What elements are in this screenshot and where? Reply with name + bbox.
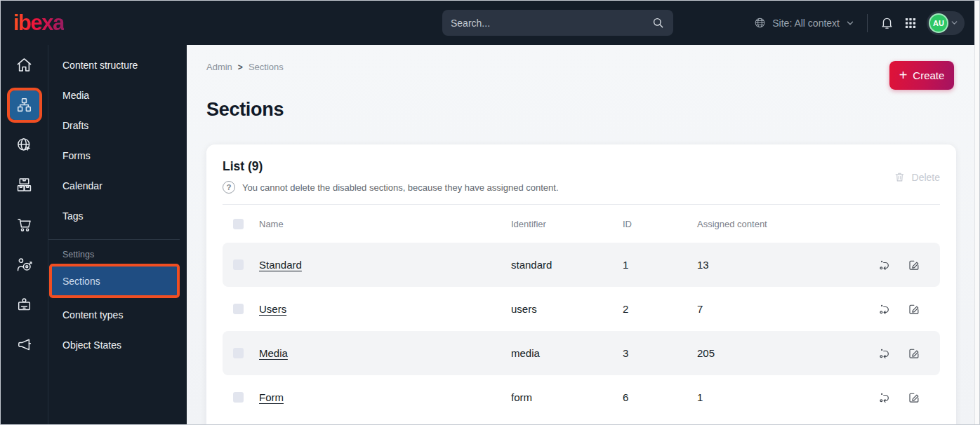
menu-item-content-structure[interactable]: Content structure [48, 50, 187, 80]
app-grid-icon[interactable] [903, 16, 918, 30]
column-header-identifier: Identifier [511, 219, 623, 229]
table-row: Standard standard 1 13 [223, 243, 940, 287]
section-id: 6 [623, 391, 697, 403]
target-person-icon [15, 256, 33, 274]
breadcrumb-separator: > [238, 62, 243, 72]
topbar-divider [867, 14, 868, 32]
side-menu: Content structure Media Drafts Forms Cal… [48, 45, 187, 424]
menu-item-calendar[interactable]: Calendar [48, 170, 187, 201]
ibexa-logo: ibexa [13, 11, 64, 36]
search-input[interactable] [451, 18, 651, 29]
edit-icon [908, 303, 920, 316]
section-identifier: media [511, 347, 623, 359]
card-divider [223, 204, 940, 205]
assign-content-icon [878, 391, 891, 404]
section-assigned-content: 7 [697, 303, 877, 315]
plus-icon: + [899, 68, 908, 82]
badge-icon [15, 296, 33, 313]
table-body: Standard standard 1 13 [223, 243, 940, 419]
menu-item-tags[interactable]: Tags [48, 201, 187, 231]
nav-content-structure[interactable] [1, 85, 48, 125]
table-row: Media media 3 205 [223, 331, 940, 375]
menu-item-media[interactable]: Media [48, 80, 187, 110]
edit-icon [908, 347, 920, 360]
assign-content-button[interactable] [878, 259, 891, 271]
column-header-assigned-content: Assigned content [697, 219, 877, 229]
section-name-link[interactable]: Media [259, 347, 511, 359]
section-assigned-content: 205 [697, 347, 877, 359]
trash-icon [894, 171, 906, 183]
search-icon[interactable] [651, 16, 665, 29]
avatar: AU [929, 13, 948, 33]
column-header-id: ID [623, 219, 697, 229]
section-name-link[interactable]: Form [259, 391, 511, 403]
home-icon [15, 56, 33, 74]
breadcrumb-admin[interactable]: Admin [206, 62, 232, 72]
menu-item-drafts[interactable]: Drafts [48, 110, 187, 140]
nav-rail [1, 45, 48, 424]
edit-icon [908, 259, 920, 271]
assign-content-icon [878, 347, 891, 360]
section-id: 2 [623, 303, 697, 315]
edit-button[interactable] [908, 303, 920, 316]
menu-item-sections[interactable]: Sections [49, 264, 180, 298]
user-menu[interactable]: AU [927, 11, 965, 35]
breadcrumb: Admin > Sections [206, 62, 284, 72]
site-context-label: Site: All context [772, 18, 840, 29]
list-title: List (9) [223, 159, 940, 174]
app-window: ibexa Site: All context [0, 0, 980, 425]
create-button[interactable]: + Create [889, 61, 954, 90]
globe-pointer-icon [15, 136, 33, 154]
section-identifier: users [511, 303, 623, 315]
breadcrumb-sections: Sections [249, 62, 284, 72]
help-icon: ? [223, 181, 235, 194]
nav-site[interactable] [1, 125, 48, 165]
menu-item-content-types[interactable]: Content types [48, 299, 187, 330]
assign-content-button[interactable] [878, 303, 891, 316]
section-id: 1 [623, 259, 697, 271]
scrollbar[interactable] [974, 1, 979, 424]
notifications-bell-icon[interactable] [880, 15, 894, 30]
column-header-name: Name [259, 219, 511, 229]
nav-marketing[interactable] [1, 325, 48, 365]
help-text: You cannot delete the disabled sections,… [242, 182, 559, 193]
section-identifier: standard [511, 259, 623, 271]
section-name-link[interactable]: Users [259, 303, 511, 315]
table-row: Users users 2 7 [223, 287, 940, 331]
megaphone-icon [15, 336, 33, 353]
nav-dashboard[interactable] [1, 45, 48, 85]
global-search[interactable] [442, 10, 673, 36]
row-checkbox[interactable] [233, 304, 244, 314]
assign-content-button[interactable] [878, 391, 891, 404]
row-checkbox[interactable] [233, 259, 244, 270]
select-all-checkbox[interactable] [233, 219, 244, 229]
nav-commerce[interactable] [1, 205, 48, 245]
menu-item-object-states[interactable]: Object States [48, 330, 187, 360]
assign-content-icon [878, 259, 891, 271]
assign-content-icon [878, 303, 891, 316]
section-id: 3 [623, 347, 697, 359]
assign-content-button[interactable] [878, 347, 891, 360]
section-assigned-content: 13 [697, 259, 877, 271]
page-title: Sections [206, 99, 284, 121]
cart-icon [15, 216, 33, 234]
edit-button[interactable] [908, 347, 920, 360]
annotation-highlight [10, 90, 39, 120]
menu-item-forms[interactable]: Forms [48, 140, 187, 170]
site-context-selector[interactable]: Site: All context [753, 16, 855, 29]
row-checkbox[interactable] [233, 392, 244, 403]
delete-button[interactable]: Delete [894, 171, 940, 183]
row-checkbox[interactable] [233, 348, 244, 358]
table-header: Name Identifier ID Assigned content [223, 205, 940, 243]
edit-button[interactable] [908, 259, 920, 271]
section-name-link[interactable]: Standard [259, 259, 511, 271]
nav-product-catalog[interactable] [1, 165, 48, 205]
chevron-down-icon [950, 18, 959, 27]
topbar: ibexa Site: All context [1, 1, 974, 45]
boxes-icon [15, 176, 33, 194]
section-identifier: form [511, 391, 623, 403]
edit-button[interactable] [908, 391, 920, 404]
edit-icon [908, 391, 920, 404]
nav-personalization[interactable] [1, 245, 48, 285]
nav-admin[interactable] [1, 285, 48, 325]
